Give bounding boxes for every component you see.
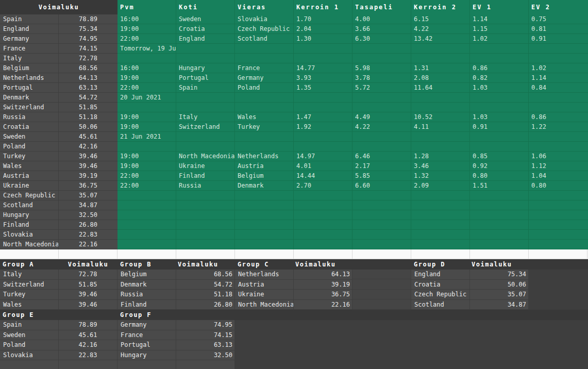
team-name-cell[interactable]: Italy — [0, 54, 59, 63]
fixture-odds-2-cell[interactable] — [411, 44, 470, 54]
team-name-cell[interactable]: Ukraine — [0, 181, 59, 190]
fixture-odds-1-cell[interactable]: 14.77 — [294, 63, 352, 73]
team-name-cell[interactable]: Russia — [0, 112, 59, 122]
fixture-ev-1-cell[interactable] — [470, 240, 529, 249]
group-c-title[interactable]: Group C — [235, 259, 294, 270]
fixture-odds-2-cell[interactable] — [411, 240, 470, 249]
group-f-title[interactable]: Group F — [117, 310, 176, 320]
fixture-time-cell[interactable] — [117, 210, 176, 220]
column-header-kerroin-1[interactable]: Kerroin 1 — [294, 0, 352, 14]
fixture-time-cell[interactable]: 21 Jun 2021 — [117, 132, 176, 142]
fixture-ev-1-cell[interactable] — [470, 191, 529, 200]
fixture-ev-2-cell[interactable] — [529, 191, 588, 200]
fixture-draw-odds-cell[interactable]: 3.66 — [352, 24, 411, 34]
column-header-kerroin-2[interactable]: Kerroin 2 — [411, 0, 470, 14]
fixture-ev-2-cell[interactable]: 0.84 — [529, 83, 588, 93]
fixture-away-cell[interactable]: Netherlands — [235, 152, 294, 161]
group-value-cell[interactable]: 22.16 — [294, 300, 352, 310]
fixture-home-cell[interactable]: Hungary — [176, 63, 235, 73]
fixture-odds-2-cell[interactable]: 4.22 — [411, 24, 470, 34]
group-team-cell[interactable]: Sweden — [0, 330, 59, 341]
team-name-cell[interactable]: Hungary — [0, 210, 59, 220]
fixture-home-cell[interactable] — [176, 200, 235, 210]
group-value-cell[interactable]: 39.19 — [294, 280, 352, 290]
fixture-odds-2-cell[interactable]: 11.64 — [411, 83, 470, 93]
column-header-koti[interactable]: Koti — [176, 0, 235, 14]
fixture-away-cell[interactable] — [235, 54, 294, 63]
fixture-away-cell[interactable] — [235, 200, 294, 210]
fixture-odds-2-cell[interactable]: 3.46 — [411, 161, 470, 171]
power-value-cell[interactable]: 64.13 — [59, 73, 117, 82]
group-value-cell[interactable]: 22.83 — [59, 350, 117, 361]
power-value-cell[interactable]: 63.13 — [59, 83, 117, 92]
fixture-odds-2-cell[interactable]: 1.32 — [411, 171, 470, 181]
fixture-away-cell[interactable] — [235, 240, 294, 249]
fixture-home-cell[interactable] — [176, 191, 235, 200]
fixture-away-cell[interactable]: Scotland — [235, 34, 294, 44]
power-value-cell[interactable]: 36.75 — [59, 181, 117, 190]
group-f-voimaluku-header[interactable] — [176, 310, 235, 320]
fixture-ev-1-cell[interactable]: 0.92 — [470, 161, 529, 171]
group-team-cell[interactable]: Spain — [0, 320, 59, 330]
fixture-time-cell[interactable]: 19:00 — [117, 122, 176, 132]
group-team-cell[interactable]: Russia — [117, 290, 176, 300]
fixture-away-cell[interactable]: Denmark — [235, 181, 294, 191]
fixture-away-cell[interactable]: Belgium — [235, 171, 294, 181]
group-team-cell[interactable]: Scotland — [411, 300, 470, 310]
fixture-ev-2-cell[interactable]: 1.06 — [529, 152, 588, 161]
fixture-away-cell[interactable] — [235, 230, 294, 240]
fixture-ev-2-cell[interactable]: 0.75 — [529, 14, 588, 24]
team-name-cell[interactable]: Croatia — [0, 122, 59, 131]
fixture-time-cell[interactable]: 22:00 — [117, 34, 176, 44]
fixture-odds-2-cell[interactable] — [411, 200, 470, 210]
group-value-cell[interactable]: 68.56 — [176, 270, 235, 280]
fixture-odds-2-cell[interactable] — [411, 103, 470, 112]
fixture-time-cell[interactable]: 19:00 — [117, 24, 176, 34]
fixture-home-cell[interactable] — [176, 93, 235, 103]
group-team-cell[interactable]: Ukraine — [235, 290, 294, 300]
group-value-cell[interactable]: 63.13 — [176, 340, 235, 350]
group-team-cell[interactable]: Poland — [0, 340, 59, 350]
fixture-ev-1-cell[interactable]: 1.15 — [470, 24, 529, 34]
fixture-ev-2-cell[interactable]: 0.80 — [529, 181, 588, 191]
fixture-draw-odds-cell[interactable]: 5.98 — [352, 63, 411, 73]
group-a-voimaluku-header[interactable]: Voimaluku — [59, 259, 117, 270]
fixture-time-cell[interactable] — [117, 142, 176, 152]
group-value-cell[interactable]: 35.07 — [470, 290, 529, 300]
fixture-time-cell[interactable]: 19:00 — [117, 112, 176, 122]
group-value-cell[interactable]: 32.50 — [176, 350, 235, 361]
team-name-cell[interactable]: Germany — [0, 34, 59, 43]
power-value-cell[interactable]: 78.89 — [59, 14, 117, 24]
team-name-cell[interactable]: Czech Republic — [0, 191, 59, 200]
fixture-odds-2-cell[interactable]: 2.08 — [411, 73, 470, 83]
fixture-draw-odds-cell[interactable] — [352, 103, 411, 112]
empty-separator-row[interactable] — [0, 249, 588, 259]
fixture-time-cell[interactable]: 16:00 — [117, 14, 176, 24]
fixture-odds-2-cell[interactable] — [411, 230, 470, 240]
fixture-draw-odds-cell[interactable] — [352, 44, 411, 54]
team-name-cell[interactable]: Slovakia — [0, 230, 59, 239]
group-b-voimaluku-header[interactable]: Voimaluku — [176, 259, 235, 270]
fixture-odds-1-cell[interactable]: 1.92 — [294, 122, 352, 132]
fixture-away-cell[interactable] — [235, 220, 294, 230]
group-value-cell[interactable]: 54.72 — [176, 280, 235, 290]
group-value-cell[interactable]: 50.06 — [470, 280, 529, 290]
fixture-time-cell[interactable]: 16:00 — [117, 63, 176, 73]
fixture-away-cell[interactable] — [235, 191, 294, 200]
fixture-odds-2-cell[interactable] — [411, 93, 470, 103]
fixture-ev-1-cell[interactable]: 0.80 — [470, 171, 529, 181]
fixture-away-cell[interactable]: Slovakia — [235, 14, 294, 24]
fixture-home-cell[interactable] — [176, 240, 235, 249]
fixture-home-cell[interactable]: Finland — [176, 171, 235, 181]
team-name-cell[interactable]: Turkey — [0, 152, 59, 161]
fixture-away-cell[interactable]: France — [235, 63, 294, 73]
fixture-odds-1-cell[interactable]: 1.47 — [294, 112, 352, 122]
column-header-pvm[interactable]: Pvm — [117, 0, 176, 14]
team-name-cell[interactable]: Sweden — [0, 132, 59, 141]
fixture-home-cell[interactable]: Ukraine — [176, 161, 235, 171]
fixture-ev-2-cell[interactable]: 0.86 — [529, 112, 588, 122]
fixture-draw-odds-cell[interactable] — [352, 200, 411, 210]
fixture-draw-odds-cell[interactable]: 4.22 — [352, 122, 411, 132]
power-value-cell[interactable]: 74.15 — [59, 44, 117, 53]
fixture-odds-1-cell[interactable] — [294, 210, 352, 220]
